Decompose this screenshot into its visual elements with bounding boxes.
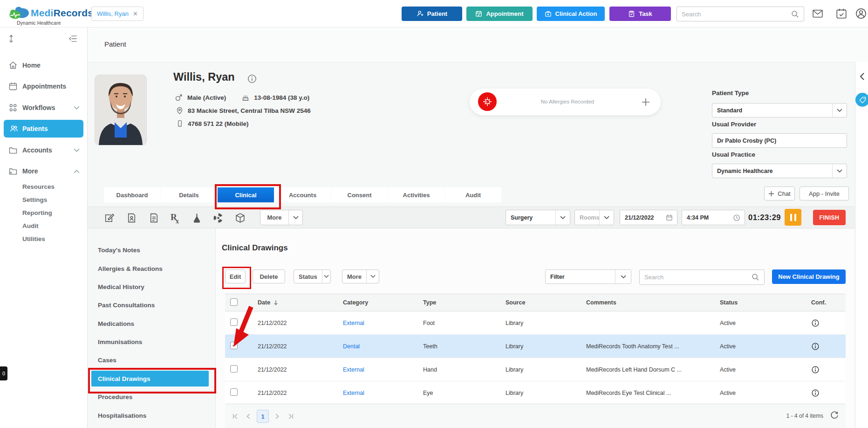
col-category[interactable]: Category	[337, 299, 417, 306]
table-row[interactable]: 21/12/2022 External Foot Library Active	[225, 311, 846, 335]
col-conf[interactable]: Conf.	[806, 299, 846, 306]
tab-dashboard[interactable]: Dashboard	[104, 187, 160, 202]
tab-consent[interactable]: Consent	[331, 187, 388, 202]
sidebar-item-appointments[interactable]: Appointments	[0, 77, 87, 95]
new-patient-button[interactable]: Patient	[402, 7, 462, 21]
letter-document-icon[interactable]	[148, 212, 160, 224]
usual-practice-chevron[interactable]	[832, 164, 847, 178]
more-actions-chevron[interactable]	[366, 270, 379, 283]
menu-medical-history[interactable]: Medical History	[98, 281, 144, 293]
category-link[interactable]: External	[337, 390, 417, 396]
consult-date-field[interactable]: 21/12/2022	[620, 210, 677, 225]
surgery-select[interactable]: Surgery	[506, 210, 570, 225]
row-checkbox[interactable]	[230, 318, 238, 326]
menu-todays-notes[interactable]: Today's Notes	[98, 244, 140, 256]
col-comments[interactable]: Comments	[581, 299, 714, 306]
global-search-input[interactable]	[677, 11, 791, 18]
next-page-button[interactable]	[272, 410, 282, 422]
category-link[interactable]: External	[337, 366, 417, 373]
pause-timer-button[interactable]	[785, 209, 801, 226]
menu-allergies-reactions[interactable]: Allergies & Reactions	[98, 262, 163, 275]
finish-consult-button[interactable]: FINISH	[813, 210, 846, 225]
toolbar-more-chevron[interactable]	[288, 210, 302, 225]
sidebar-item-reporting[interactable]: Reporting	[22, 207, 52, 218]
rooms-select-chevron[interactable]	[599, 210, 614, 225]
sidebar-item-more[interactable]: More	[0, 162, 87, 180]
delete-button[interactable]: Delete	[253, 269, 285, 283]
table-row[interactable]: 21/12/2022 External Hand Library MediRec…	[225, 358, 846, 381]
category-link[interactable]: Dental	[337, 343, 417, 350]
toolbar-more-button[interactable]: More	[260, 210, 303, 225]
clinical-action-button[interactable]: Clinical Action	[537, 7, 605, 21]
usual-practice-select[interactable]: Dynamic Healthcare	[712, 164, 847, 178]
add-allergy-icon[interactable]	[640, 97, 651, 108]
new-task-button[interactable]: Task	[609, 7, 671, 21]
last-page-button[interactable]	[286, 410, 296, 422]
rooms-select[interactable]: Rooms	[574, 210, 614, 225]
new-appointment-button[interactable]: Appointment	[466, 7, 533, 21]
account-user-icon[interactable]	[855, 7, 867, 20]
confidential-info-icon[interactable]	[811, 319, 820, 327]
sidebar-item-utilities[interactable]: Utilities	[22, 233, 45, 244]
consult-time-field[interactable]: 4:34 PM	[682, 210, 745, 225]
menu-cases[interactable]: Cases	[98, 354, 116, 366]
open-patient-tab[interactable]: Willis, Ryan ✕	[91, 7, 144, 21]
tab-clinical[interactable]: Clinical	[218, 187, 274, 202]
pathology-flask-icon[interactable]	[191, 212, 203, 224]
search-icon[interactable]	[752, 273, 759, 281]
expand-panel-chevron-icon[interactable]	[859, 72, 865, 81]
orders-box-icon[interactable]	[234, 212, 246, 224]
messages-envelope-icon[interactable]	[812, 8, 824, 20]
sidebar-item-home[interactable]: Home	[0, 56, 87, 74]
col-source[interactable]: Source	[500, 299, 581, 306]
scroll-updown-icon[interactable]	[7, 34, 16, 44]
usual-provider-field[interactable]: Dr Pablo Crosby (PC)	[712, 133, 847, 148]
new-clinical-drawing-button[interactable]: New Clinical Drawing	[772, 269, 846, 284]
menu-medications[interactable]: Medications	[98, 318, 134, 330]
surgery-select-chevron[interactable]	[555, 210, 570, 225]
prescriptions-rx-icon[interactable]: Rx	[170, 211, 182, 224]
col-type[interactable]: Type	[417, 299, 500, 306]
menu-procedures[interactable]: Procedures	[98, 391, 132, 403]
date-calendar-icon[interactable]	[666, 214, 673, 221]
search-icon[interactable]	[791, 10, 799, 18]
more-actions-button[interactable]: More	[342, 269, 379, 283]
menu-clinical-drawings[interactable]: Clinical Drawings	[91, 371, 209, 387]
col-date[interactable]: Date	[258, 299, 270, 306]
tab-details[interactable]: Details	[161, 187, 217, 202]
app-invite-button[interactable]: App - Invite	[800, 186, 849, 200]
patient-photo[interactable]	[95, 75, 147, 145]
sidebar-item-audit[interactable]: Audit	[22, 220, 39, 231]
filter-chevron[interactable]	[615, 270, 631, 283]
sort-desc-icon[interactable]	[273, 300, 278, 305]
compose-note-icon[interactable]	[103, 212, 115, 224]
menu-past-consultations[interactable]: Past Consultations	[98, 299, 155, 311]
table-row[interactable]: 21/12/2022 External Eye Library MediReco…	[225, 381, 846, 405]
status-chevron[interactable]	[322, 270, 330, 283]
imaging-radiation-icon[interactable]	[212, 212, 224, 224]
confidential-info-icon[interactable]	[811, 366, 820, 374]
select-all-checkbox[interactable]	[230, 298, 238, 306]
previous-page-button[interactable]	[243, 410, 253, 422]
page-number-button[interactable]: 1	[257, 410, 269, 423]
category-link[interactable]: External	[337, 320, 417, 326]
confidential-info-icon[interactable]	[811, 342, 820, 351]
table-row[interactable]: 21/12/2022 Dental Teeth Library MediReco…	[225, 335, 846, 358]
tab-activities[interactable]: Activities	[388, 187, 444, 202]
hidden-edge-tab[interactable]: 0	[0, 366, 7, 380]
edit-button[interactable]: Edit	[225, 269, 246, 283]
confidential-info-icon[interactable]	[811, 389, 820, 397]
status-button[interactable]: Status	[294, 269, 331, 283]
sidebar-item-patients[interactable]: Patients	[4, 120, 83, 138]
tab-audit[interactable]: Audit	[445, 187, 501, 202]
patient-type-select[interactable]: Standard	[712, 103, 847, 117]
time-clock-icon[interactable]	[733, 214, 740, 221]
tags-badge[interactable]	[855, 93, 868, 107]
chat-button[interactable]: Chat	[764, 186, 795, 200]
patient-info-icon[interactable]	[247, 74, 257, 84]
first-page-button[interactable]	[230, 410, 240, 422]
col-status[interactable]: Status	[714, 299, 806, 306]
patient-type-chevron[interactable]	[832, 104, 847, 117]
calendar-icon[interactable]	[835, 7, 847, 20]
collapse-sidebar-icon[interactable]	[68, 34, 78, 43]
